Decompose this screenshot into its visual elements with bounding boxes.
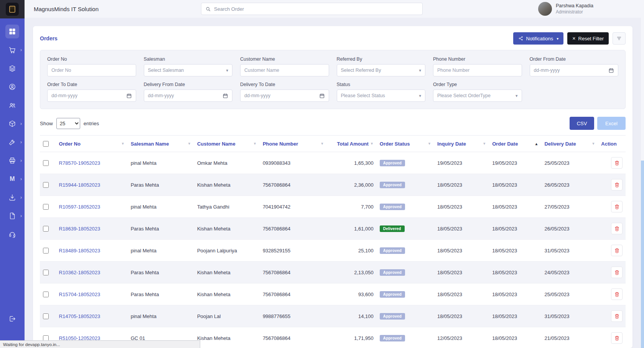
delete-button[interactable] — [611, 267, 623, 278]
referred-by-select[interactable]: Select Referred By▾ — [337, 64, 426, 76]
vertical-scrollbar — [641, 0, 644, 348]
sidebar-item-download[interactable]: › — [0, 188, 25, 207]
order-no-link[interactable]: R10362-18052023 — [59, 270, 100, 275]
order-no-link[interactable]: R18489-18052023 — [59, 248, 100, 254]
select-all-checkbox[interactable] — [43, 141, 49, 147]
row-checkbox[interactable] — [43, 248, 49, 254]
order-date-cell: 18/05/2023 — [489, 327, 541, 348]
column-header-salesman[interactable]: Salesman Name▼ — [128, 136, 194, 152]
order-no-link[interactable]: R15704-18052023 — [59, 292, 100, 297]
column-header-delivery_date[interactable]: Delivery Date▼ — [541, 136, 598, 152]
sidebar-item-printer[interactable]: › — [0, 151, 25, 170]
delete-button[interactable] — [611, 310, 623, 322]
row-checkbox[interactable] — [43, 313, 49, 319]
delivery-date-cell: 21/05/2023 — [541, 327, 598, 348]
notifications-button[interactable]: Notifications ▾ — [513, 32, 564, 45]
delete-button[interactable] — [611, 288, 623, 300]
status-select[interactable]: Please Select Status▾ — [337, 89, 426, 102]
row-checkbox[interactable] — [43, 182, 49, 188]
sidebar-item-layers[interactable] — [0, 59, 25, 78]
field-label: Order To Date — [47, 82, 136, 87]
entries-label: entries — [84, 121, 99, 126]
delete-button[interactable] — [611, 245, 623, 256]
order-no-link[interactable]: R10597-18052023 — [59, 204, 100, 210]
filter-field-delivery-to-date: Delivery To Datedd-mm-yyyy — [240, 82, 329, 102]
excel-button[interactable]: Excel — [597, 117, 626, 130]
delivery-from-date-input[interactable]: dd-mm-yyyy — [144, 89, 233, 102]
column-header-customer[interactable]: Customer Name▼ — [194, 136, 260, 152]
filter-toggle-button[interactable] — [613, 32, 626, 45]
search-box — [201, 3, 423, 15]
column-header-amount[interactable]: Total Amount▼ — [327, 136, 376, 152]
search-input[interactable] — [214, 6, 418, 12]
order-no-link[interactable]: R14705-18052023 — [59, 313, 100, 319]
delete-button[interactable] — [611, 157, 623, 169]
row-checkbox[interactable] — [43, 204, 49, 210]
phone-cell: 9328529155 — [260, 240, 327, 262]
sidebar-item-cart[interactable]: › — [0, 41, 25, 59]
customer-cell: Kishan Meheta — [194, 283, 260, 305]
sidebar-item-dashboard[interactable] — [0, 22, 25, 41]
delivery-to-date-input[interactable]: dd-mm-yyyy — [240, 89, 329, 102]
select-value: Please Select Status — [341, 93, 385, 98]
avatar[interactable] — [538, 2, 552, 16]
delete-button[interactable] — [611, 332, 623, 344]
trash-icon — [614, 335, 620, 341]
select-value: Please Select OrderType — [437, 93, 491, 98]
row-checkbox[interactable] — [43, 292, 49, 297]
delete-button[interactable] — [611, 223, 623, 234]
sidebar-item-logout[interactable] — [0, 310, 25, 328]
sidebar-item-brand-m[interactable]: M› — [0, 170, 25, 188]
row-checkbox[interactable] — [43, 160, 49, 166]
logout-icon — [5, 312, 19, 326]
column-header-inquiry_date[interactable]: Inquiry Date▼ — [434, 136, 489, 152]
app-logo[interactable] — [0, 0, 25, 18]
field-label: Delivery To Date — [240, 82, 329, 87]
order-to-date-input[interactable]: dd-mm-yyyy — [47, 89, 136, 102]
sort-icon: ▼ — [253, 142, 257, 146]
order-no-link[interactable]: R18639-18052023 — [59, 226, 100, 232]
sidebar-item-users[interactable] — [0, 96, 25, 114]
delete-button[interactable] — [611, 201, 623, 212]
table-header-row: Order No▼Salesman Name▼Customer Name▼Pho… — [40, 136, 626, 152]
trash-icon — [614, 160, 620, 166]
sort-icon: ▼ — [428, 142, 431, 146]
column-header-phone[interactable]: Phone Number▼ — [260, 136, 327, 152]
user-menu[interactable]: Parshwa Kapadia Administrator — [538, 2, 593, 16]
chevron-right-icon: › — [20, 176, 22, 182]
order-no-input[interactable] — [47, 64, 136, 76]
column-header-order_date[interactable]: Order Date▲ — [489, 136, 541, 152]
scrollbar-thumb[interactable] — [641, 161, 644, 348]
select-value: Select Salesman — [148, 68, 184, 73]
customer-cell: Poojann Lalpuriya — [194, 240, 260, 262]
customer-name-input[interactable] — [240, 64, 329, 76]
chevron-right-icon: › — [20, 213, 22, 219]
salesman-select[interactable]: Select Salesman▾ — [144, 64, 233, 76]
sidebar-item-document[interactable]: › — [0, 207, 25, 225]
logo-icon — [6, 3, 19, 16]
order-type-select[interactable]: Please Select OrderType▾ — [433, 89, 522, 102]
csv-button[interactable]: CSV — [570, 117, 594, 130]
row-checkbox[interactable] — [43, 226, 49, 232]
order-date-cell: 18/05/2023 — [489, 283, 541, 305]
reset-filter-button[interactable]: × Reset Filter — [567, 32, 609, 45]
sidebar-item-tools[interactable]: › — [0, 133, 25, 151]
order-from-date-input[interactable]: dd-mm-yyyy — [530, 64, 619, 76]
row-checkbox[interactable] — [43, 270, 49, 275]
delete-button[interactable] — [611, 179, 623, 191]
sidebar-item-headset[interactable] — [0, 225, 25, 244]
sidebar-item-account[interactable] — [0, 78, 25, 96]
phone-number-input[interactable] — [433, 64, 522, 76]
column-header-order_no[interactable]: Order No▼ — [56, 136, 128, 152]
user-text: Parshwa Kapadia Administrator — [556, 3, 593, 15]
order-no-link[interactable]: R15944-18052023 — [59, 182, 100, 188]
caret-down-icon: ▾ — [226, 68, 228, 73]
column-header-status[interactable]: Order Status▼ — [377, 136, 434, 152]
status-badge: Approved — [380, 313, 405, 320]
order-no-link[interactable]: R78570-19052023 — [59, 160, 100, 166]
entries-select[interactable]: 25 — [56, 118, 80, 129]
sort-asc-icon: ▲ — [535, 142, 539, 146]
phone-cell: 9988776655 — [260, 305, 327, 327]
sidebar-item-package[interactable]: › — [0, 114, 25, 133]
phone-cell: 7567086864 — [260, 262, 327, 283]
